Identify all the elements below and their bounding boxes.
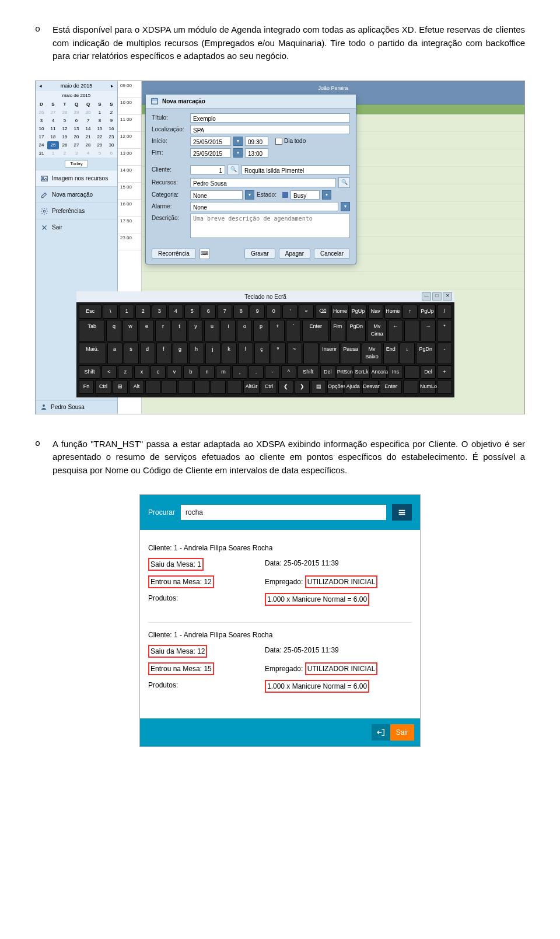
osk-key[interactable]: Fim [330,320,345,341]
fld-cat[interactable]: None [190,190,243,200]
osk-key[interactable]: m [216,365,231,379]
osk-key[interactable]: → [421,320,436,341]
osk-key[interactable]: NumLock [419,380,436,394]
osk-key[interactable]: Del [421,365,436,379]
search-icon[interactable]: 🔍 [338,177,350,188]
cal-day[interactable]: 9 [106,117,117,125]
cal-day[interactable]: 4 [47,117,59,125]
osk-key[interactable]: o [237,320,252,341]
osk-key[interactable]: 3 [152,305,167,319]
cal-day[interactable]: 11 [47,125,59,133]
osk-key[interactable]: Opções [327,380,344,394]
osk-key[interactable]: Ajuda [345,380,361,394]
osk-key[interactable]: Nav [368,305,383,319]
osk-key[interactable]: k [222,343,237,364]
osk-key[interactable]: ↑ [402,305,418,319]
osk-key[interactable] [178,380,193,394]
cal-day[interactable]: 31 [36,149,47,158]
osk-key[interactable]: q [106,320,121,341]
fld-cliente-nome[interactable]: Roquita Isilda Pimentel [242,165,350,174]
chk-diatodo[interactable]: Dia todo [275,137,306,145]
slot-row[interactable] [142,272,524,289]
osk-key[interactable]: h [189,343,204,364]
osk-key[interactable]: ← [388,320,403,341]
cal-day[interactable]: 30 [106,141,117,149]
osk-key[interactable]: Ctrl [95,380,111,394]
osk-key[interactable]: n [200,365,215,379]
osk-key[interactable]: ❮ [278,380,293,394]
osk-key[interactable]: < [102,365,117,379]
osk-key[interactable]: l [238,343,253,364]
recorrencia-button[interactable]: Recorrência [152,249,196,259]
osk-key[interactable]: ⌫ [315,305,330,319]
cal-day[interactable]: 17 [36,133,47,141]
osk-key[interactable]: - [265,365,280,379]
cal-day[interactable]: 16 [106,125,117,133]
next-month-icon[interactable]: ▸ [111,82,114,90]
cancelar-button[interactable]: Cancelar [314,249,350,259]
osk-key[interactable] [404,365,419,379]
close-icon[interactable]: ✕ [443,292,452,301]
osk-key[interactable]: p [253,320,268,341]
osk-key[interactable]: + [437,365,452,379]
osk-key[interactable]: a [107,343,123,364]
cal-day[interactable]: 2 [59,149,71,158]
osk-key[interactable] [162,380,177,394]
fld-fim-hora[interactable]: 13:00 [245,148,268,158]
fld-alarme[interactable]: None [190,202,338,211]
sidebar-item-imagem[interactable]: Imagem nos recursos [36,170,117,186]
osk-key[interactable] [227,380,242,394]
sidebar-item-sair[interactable]: Sair [36,219,117,235]
osk-key[interactable]: Ins [388,365,403,379]
osk-key[interactable]: 5 [184,305,200,319]
osk-key[interactable]: ScrLk [354,365,369,379]
osk-key[interactable]: PgDn [416,343,436,364]
cal-day[interactable]: 4 [82,149,94,158]
osk-key[interactable]: * [437,320,452,341]
osk-key[interactable]: ^ [281,365,296,379]
osk-key[interactable]: Shift [79,365,100,379]
osk-key[interactable]: ~ [287,343,302,364]
cal-day[interactable]: 8 [94,117,106,125]
osk-key[interactable]: Enter [302,320,328,341]
cal-day[interactable]: 29 [71,109,82,117]
osk-key[interactable]: 4 [168,305,183,319]
osk-key[interactable]: . [249,365,264,379]
cal-day[interactable]: 28 [59,109,71,117]
osk-key[interactable]: AltGr [243,380,260,394]
osk-key[interactable]: b [183,365,198,379]
cal-day[interactable]: 29 [94,141,106,149]
osk-key[interactable]: Ctrl [261,380,277,394]
cal-day[interactable]: 18 [47,133,59,141]
sidebar-item-pref[interactable]: Preferências [36,203,117,219]
dropdown-icon[interactable]: ▾ [322,190,331,200]
cal-day[interactable]: 1 [47,149,59,158]
osk-key[interactable]: r [155,320,170,341]
exit-icon-button[interactable] [372,724,390,741]
dropdown-icon[interactable]: ▾ [233,148,243,158]
fld-fim-data[interactable]: 25/05/2015 [190,148,231,158]
cal-day[interactable]: 1 [94,109,106,117]
osk-key[interactable]: Mv Cima [367,320,387,341]
osk-key[interactable] [404,320,419,341]
osk-key[interactable] [403,380,418,394]
cal-day[interactable]: 20 [71,133,82,141]
osk-key[interactable]: 6 [201,305,216,319]
cal-day[interactable]: 27 [47,109,59,117]
osk-key[interactable]: Desvanecer [362,380,379,394]
cal-day[interactable]: 21 [82,133,94,141]
osk-key[interactable]: / [437,305,452,319]
cal-day[interactable]: 5 [59,117,71,125]
sair-button[interactable]: Sair [390,724,414,741]
osk-key[interactable]: 2 [135,305,150,319]
osk-key[interactable]: ⊞ [113,380,128,394]
osk-key[interactable]: s [124,343,139,364]
osk-key[interactable]: PgDn [346,320,366,341]
prev-month-icon[interactable]: ◂ [39,82,42,90]
cal-day[interactable]: 19 [59,133,71,141]
osk-key[interactable]: j [205,343,220,364]
osk-key[interactable]: Alt [129,380,144,394]
mini-calendar[interactable]: DSTQQSS 26272829301234567891011121314151… [36,100,117,158]
osk-key[interactable]: 0 [266,305,281,319]
osk-key[interactable]: Mv Baixo [362,343,382,364]
